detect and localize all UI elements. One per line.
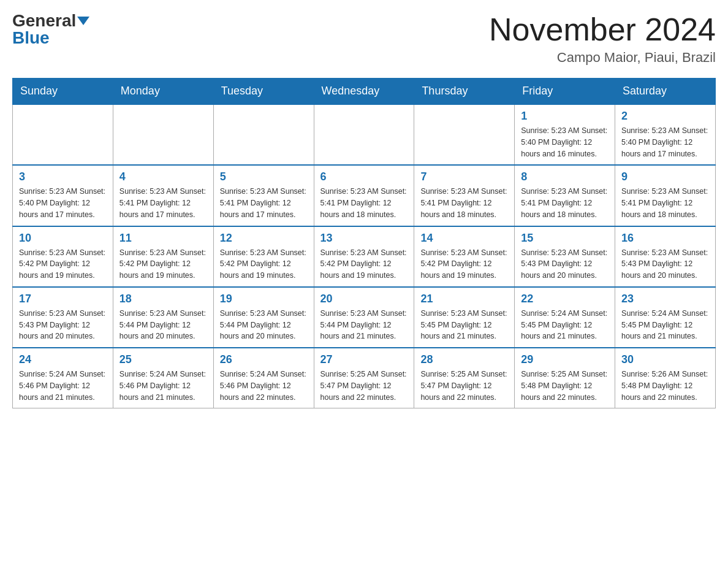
calendar-cell: 30Sunrise: 5:26 AM Sunset: 5:48 PM Dayli…: [615, 348, 716, 408]
day-number: 9: [621, 170, 709, 183]
calendar-cell: 27Sunrise: 5:25 AM Sunset: 5:47 PM Dayli…: [314, 348, 414, 408]
calendar-cell: 8Sunrise: 5:23 AM Sunset: 5:41 PM Daylig…: [515, 165, 615, 226]
calendar-cell: [414, 104, 515, 165]
day-number: 6: [320, 170, 408, 183]
month-title: November 2024: [489, 12, 716, 47]
day-number: 25: [119, 353, 207, 366]
calendar-header-row: SundayMondayTuesdayWednesdayThursdayFrid…: [13, 79, 716, 105]
day-info: Sunrise: 5:23 AM Sunset: 5:41 PM Dayligh…: [621, 186, 709, 220]
calendar-cell: 16Sunrise: 5:23 AM Sunset: 5:43 PM Dayli…: [615, 226, 716, 287]
calendar-cell: 20Sunrise: 5:23 AM Sunset: 5:44 PM Dayli…: [314, 287, 414, 348]
day-info: Sunrise: 5:23 AM Sunset: 5:40 PM Dayligh…: [621, 125, 709, 159]
calendar-cell: 3Sunrise: 5:23 AM Sunset: 5:40 PM Daylig…: [13, 165, 113, 226]
calendar-header-tuesday: Tuesday: [213, 79, 314, 105]
day-info: Sunrise: 5:24 AM Sunset: 5:46 PM Dayligh…: [119, 369, 207, 403]
calendar-cell: 13Sunrise: 5:23 AM Sunset: 5:42 PM Dayli…: [314, 226, 414, 287]
day-number: 11: [119, 232, 207, 245]
calendar-cell: 4Sunrise: 5:23 AM Sunset: 5:41 PM Daylig…: [113, 165, 213, 226]
calendar-cell: [113, 104, 213, 165]
day-number: 12: [220, 232, 308, 245]
day-number: 22: [521, 293, 609, 305]
calendar-cell: 5Sunrise: 5:23 AM Sunset: 5:41 PM Daylig…: [213, 165, 314, 226]
day-info: Sunrise: 5:23 AM Sunset: 5:41 PM Dayligh…: [320, 186, 408, 220]
calendar-header-friday: Friday: [515, 79, 615, 105]
day-number: 30: [621, 353, 709, 366]
calendar-cell: 25Sunrise: 5:24 AM Sunset: 5:46 PM Dayli…: [113, 348, 213, 408]
day-info: Sunrise: 5:24 AM Sunset: 5:46 PM Dayligh…: [19, 369, 107, 403]
header: General Blue November 2024 Campo Maior, …: [12, 12, 716, 66]
day-number: 29: [521, 353, 609, 366]
day-number: 21: [420, 293, 508, 305]
day-number: 18: [119, 293, 207, 305]
day-number: 24: [19, 353, 107, 366]
calendar-cell: 17Sunrise: 5:23 AM Sunset: 5:43 PM Dayli…: [13, 287, 113, 348]
day-info: Sunrise: 5:25 AM Sunset: 5:47 PM Dayligh…: [420, 369, 508, 403]
day-info: Sunrise: 5:26 AM Sunset: 5:48 PM Dayligh…: [621, 369, 709, 403]
day-number: 20: [320, 293, 408, 305]
day-number: 7: [420, 170, 508, 183]
logo: General Blue: [12, 12, 89, 47]
day-info: Sunrise: 5:23 AM Sunset: 5:42 PM Dayligh…: [220, 247, 308, 282]
calendar-cell: 22Sunrise: 5:24 AM Sunset: 5:45 PM Dayli…: [515, 287, 615, 348]
day-number: 23: [621, 293, 709, 305]
day-number: 17: [19, 293, 107, 305]
calendar-cell: 9Sunrise: 5:23 AM Sunset: 5:41 PM Daylig…: [615, 165, 716, 226]
day-info: Sunrise: 5:23 AM Sunset: 5:42 PM Dayligh…: [19, 247, 107, 282]
calendar-cell: 19Sunrise: 5:23 AM Sunset: 5:44 PM Dayli…: [213, 287, 314, 348]
day-info: Sunrise: 5:23 AM Sunset: 5:44 PM Dayligh…: [220, 308, 308, 342]
day-info: Sunrise: 5:23 AM Sunset: 5:41 PM Dayligh…: [220, 186, 308, 220]
calendar-cell: 1Sunrise: 5:23 AM Sunset: 5:40 PM Daylig…: [515, 104, 615, 165]
day-info: Sunrise: 5:25 AM Sunset: 5:48 PM Dayligh…: [521, 369, 609, 403]
calendar-cell: 24Sunrise: 5:24 AM Sunset: 5:46 PM Dayli…: [13, 348, 113, 408]
calendar-cell: 2Sunrise: 5:23 AM Sunset: 5:40 PM Daylig…: [615, 104, 716, 165]
day-number: 13: [320, 232, 408, 245]
day-info: Sunrise: 5:23 AM Sunset: 5:41 PM Dayligh…: [420, 186, 508, 220]
week-row-2: 3Sunrise: 5:23 AM Sunset: 5:40 PM Daylig…: [13, 165, 716, 226]
calendar-cell: 15Sunrise: 5:23 AM Sunset: 5:43 PM Dayli…: [515, 226, 615, 287]
week-row-3: 10Sunrise: 5:23 AM Sunset: 5:42 PM Dayli…: [13, 226, 716, 287]
day-info: Sunrise: 5:23 AM Sunset: 5:43 PM Dayligh…: [521, 247, 609, 282]
calendar-cell: 28Sunrise: 5:25 AM Sunset: 5:47 PM Dayli…: [414, 348, 515, 408]
day-number: 15: [521, 232, 609, 245]
day-info: Sunrise: 5:24 AM Sunset: 5:45 PM Dayligh…: [621, 308, 709, 342]
day-number: 1: [521, 110, 609, 123]
calendar-cell: 11Sunrise: 5:23 AM Sunset: 5:42 PM Dayli…: [113, 226, 213, 287]
day-number: 4: [119, 170, 207, 183]
day-number: 19: [220, 293, 308, 305]
day-number: 27: [320, 353, 408, 366]
calendar-header-monday: Monday: [113, 79, 213, 105]
day-number: 10: [19, 232, 107, 245]
week-row-5: 24Sunrise: 5:24 AM Sunset: 5:46 PM Dayli…: [13, 348, 716, 408]
week-row-4: 17Sunrise: 5:23 AM Sunset: 5:43 PM Dayli…: [13, 287, 716, 348]
calendar-header-wednesday: Wednesday: [314, 79, 414, 105]
calendar-cell: 18Sunrise: 5:23 AM Sunset: 5:44 PM Dayli…: [113, 287, 213, 348]
calendar-cell: 26Sunrise: 5:24 AM Sunset: 5:46 PM Dayli…: [213, 348, 314, 408]
calendar-cell: [314, 104, 414, 165]
calendar-cell: 7Sunrise: 5:23 AM Sunset: 5:41 PM Daylig…: [414, 165, 515, 226]
calendar-header-sunday: Sunday: [13, 79, 113, 105]
day-number: 16: [621, 232, 709, 245]
day-number: 8: [521, 170, 609, 183]
day-info: Sunrise: 5:25 AM Sunset: 5:47 PM Dayligh…: [320, 369, 408, 403]
calendar-cell: 6Sunrise: 5:23 AM Sunset: 5:41 PM Daylig…: [314, 165, 414, 226]
week-row-1: 1Sunrise: 5:23 AM Sunset: 5:40 PM Daylig…: [13, 104, 716, 165]
calendar-cell: 14Sunrise: 5:23 AM Sunset: 5:42 PM Dayli…: [414, 226, 515, 287]
day-info: Sunrise: 5:23 AM Sunset: 5:44 PM Dayligh…: [320, 308, 408, 342]
calendar-cell: 10Sunrise: 5:23 AM Sunset: 5:42 PM Dayli…: [13, 226, 113, 287]
day-info: Sunrise: 5:23 AM Sunset: 5:42 PM Dayligh…: [420, 247, 508, 282]
title-area: November 2024 Campo Maior, Piaui, Brazil: [489, 12, 716, 66]
day-info: Sunrise: 5:23 AM Sunset: 5:40 PM Dayligh…: [19, 186, 107, 220]
day-info: Sunrise: 5:23 AM Sunset: 5:43 PM Dayligh…: [621, 247, 709, 282]
calendar: SundayMondayTuesdayWednesdayThursdayFrid…: [12, 78, 716, 408]
day-number: 3: [19, 170, 107, 183]
day-info: Sunrise: 5:23 AM Sunset: 5:41 PM Dayligh…: [119, 186, 207, 220]
day-info: Sunrise: 5:23 AM Sunset: 5:43 PM Dayligh…: [19, 308, 107, 342]
calendar-cell: [213, 104, 314, 165]
day-info: Sunrise: 5:23 AM Sunset: 5:40 PM Dayligh…: [521, 125, 609, 159]
day-info: Sunrise: 5:23 AM Sunset: 5:45 PM Dayligh…: [420, 308, 508, 342]
day-info: Sunrise: 5:23 AM Sunset: 5:41 PM Dayligh…: [521, 186, 609, 220]
calendar-cell: 21Sunrise: 5:23 AM Sunset: 5:45 PM Dayli…: [414, 287, 515, 348]
calendar-header-thursday: Thursday: [414, 79, 515, 105]
calendar-header-saturday: Saturday: [615, 79, 716, 105]
day-info: Sunrise: 5:23 AM Sunset: 5:42 PM Dayligh…: [320, 247, 408, 282]
